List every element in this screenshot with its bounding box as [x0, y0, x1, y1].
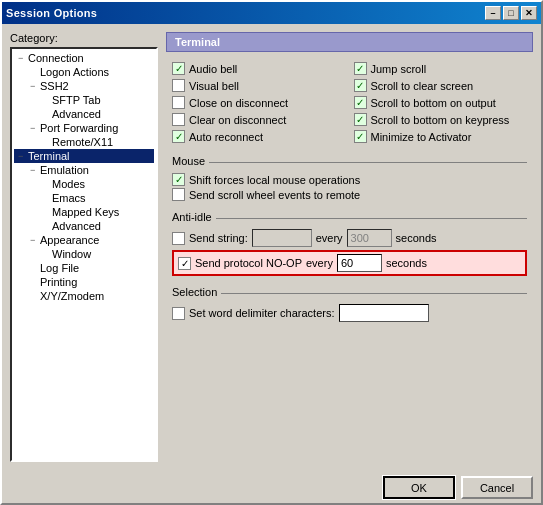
scroll-bottom-output-label: Scroll to bottom on output — [371, 97, 496, 109]
maximize-button[interactable]: □ — [503, 6, 519, 20]
auto-reconnect-checkbox[interactable] — [172, 130, 185, 143]
sidebar-item-appearance[interactable]: −Appearance — [14, 233, 154, 247]
every-label-1: every — [316, 232, 343, 244]
sidebar-item-advanced2[interactable]: Advanced — [14, 219, 154, 233]
close-disconnect-checkbox[interactable] — [172, 96, 185, 109]
right-panel: Terminal Audio bell Jump scroll Visual b… — [166, 32, 533, 462]
category-tree[interactable]: −ConnectionLogon Actions−SSH2SFTP TabAdv… — [10, 47, 158, 462]
sidebar-item-remote-x11[interactable]: Remote/X11 — [14, 135, 154, 149]
title-bar: Session Options – □ ✕ — [2, 2, 541, 24]
sidebar-item-port-forwarding[interactable]: −Port Forwarding — [14, 121, 154, 135]
seconds-label-1: seconds — [396, 232, 437, 244]
selection-title: Selection — [172, 286, 217, 298]
clear-disconnect-row: Clear on disconnect — [172, 113, 346, 126]
minimize-activator-checkbox[interactable] — [354, 130, 367, 143]
scroll-bottom-keypress-checkbox[interactable] — [354, 113, 367, 126]
send-protocol-checkbox[interactable] — [178, 257, 191, 270]
anti-idle-divider — [216, 218, 527, 219]
sidebar-item-label-logon-actions: Logon Actions — [40, 66, 109, 78]
cancel-button[interactable]: Cancel — [461, 476, 533, 499]
sidebar-item-label-advanced: Advanced — [52, 108, 101, 120]
shift-forces-label: Shift forces local mouse operations — [189, 174, 360, 186]
sidebar-item-emacs[interactable]: Emacs — [14, 191, 154, 205]
tree-expand-icon-emulation: − — [30, 165, 40, 175]
every-label-2: every — [306, 257, 333, 269]
tree-expand-icon-terminal: − — [18, 151, 28, 161]
send-scroll-checkbox[interactable] — [172, 188, 185, 201]
send-string-row: Send string: every seconds — [172, 229, 527, 247]
sidebar-item-printing[interactable]: Printing — [14, 275, 154, 289]
word-delimiter-label: Set word delimiter characters: — [189, 307, 335, 319]
jump-scroll-label: Jump scroll — [371, 63, 427, 75]
clear-disconnect-checkbox[interactable] — [172, 113, 185, 126]
sidebar-item-mapped-keys[interactable]: Mapped Keys — [14, 205, 154, 219]
jump-scroll-row: Jump scroll — [354, 62, 528, 75]
sidebar-item-label-connection: Connection — [28, 52, 84, 64]
seconds-label-2: seconds — [386, 257, 427, 269]
sidebar-item-logon-actions[interactable]: Logon Actions — [14, 65, 154, 79]
sidebar-item-connection[interactable]: −Connection — [14, 51, 154, 65]
send-scroll-row: Send scroll wheel events to remote — [172, 188, 527, 201]
sidebar-item-window[interactable]: Window — [14, 247, 154, 261]
main-content: Category: −ConnectionLogon Actions−SSH2S… — [2, 24, 541, 470]
left-panel: Category: −ConnectionLogon Actions−SSH2S… — [10, 32, 158, 462]
category-label: Category: — [10, 32, 158, 44]
word-delimiter-input[interactable] — [339, 304, 429, 322]
sidebar-item-label-mapped-keys: Mapped Keys — [52, 206, 119, 218]
close-button[interactable]: ✕ — [521, 6, 537, 20]
send-protocol-seconds-input[interactable] — [337, 254, 382, 272]
send-string-label: Send string: — [189, 232, 248, 244]
send-string-seconds-input[interactable] — [347, 229, 392, 247]
tree-expand-icon-port-forwarding: − — [30, 123, 40, 133]
scroll-clear-checkbox[interactable] — [354, 79, 367, 92]
send-string-checkbox[interactable] — [172, 232, 185, 245]
scroll-clear-label: Scroll to clear screen — [371, 80, 474, 92]
mouse-section: Mouse Shift forces local mouse operation… — [166, 153, 533, 203]
scroll-bottom-keypress-row: Scroll to bottom on keypress — [354, 113, 528, 126]
sidebar-item-emulation[interactable]: −Emulation — [14, 163, 154, 177]
jump-scroll-checkbox[interactable] — [354, 62, 367, 75]
send-protocol-label: Send protocol NO-OP — [195, 257, 302, 269]
shift-forces-checkbox[interactable] — [172, 173, 185, 186]
audio-bell-checkbox[interactable] — [172, 62, 185, 75]
button-row: OK Cancel — [2, 470, 541, 503]
close-disconnect-label: Close on disconnect — [189, 97, 288, 109]
sidebar-item-xyz-modem[interactable]: X/Y/Zmodem — [14, 289, 154, 303]
sidebar-item-terminal[interactable]: −Terminal — [14, 149, 154, 163]
sidebar-item-label-emacs: Emacs — [52, 192, 86, 204]
sidebar-item-label-port-forwarding: Port Forwarding — [40, 122, 118, 134]
mouse-divider — [209, 162, 527, 163]
clear-disconnect-label: Clear on disconnect — [189, 114, 286, 126]
sidebar-item-label-advanced2: Advanced — [52, 220, 101, 232]
sidebar-item-sftp-tab[interactable]: SFTP Tab — [14, 93, 154, 107]
scroll-bottom-output-row: Scroll to bottom on output — [354, 96, 528, 109]
sidebar-item-ssh2[interactable]: −SSH2 — [14, 79, 154, 93]
selection-divider — [221, 293, 527, 294]
send-string-input[interactable] — [252, 229, 312, 247]
close-disconnect-row: Close on disconnect — [172, 96, 346, 109]
sidebar-item-label-appearance: Appearance — [40, 234, 99, 246]
selection-title-line: Selection — [172, 286, 527, 301]
ok-button[interactable]: OK — [383, 476, 455, 499]
sidebar-item-label-remote-x11: Remote/X11 — [52, 136, 113, 148]
anti-idle-title: Anti-idle — [172, 211, 212, 223]
shift-forces-row: Shift forces local mouse operations — [172, 173, 527, 186]
anti-idle-title-line: Anti-idle — [172, 211, 527, 226]
tree-expand-icon-ssh2: − — [30, 81, 40, 91]
terminal-section-header: Terminal — [166, 32, 533, 52]
sidebar-item-log-file[interactable]: Log File — [14, 261, 154, 275]
sidebar-item-label-window: Window — [52, 248, 91, 260]
scroll-bottom-output-checkbox[interactable] — [354, 96, 367, 109]
scroll-clear-row: Scroll to clear screen — [354, 79, 528, 92]
visual-bell-checkbox[interactable] — [172, 79, 185, 92]
tree-expand-icon-appearance: − — [30, 235, 40, 245]
minimize-activator-label: Minimize to Activator — [371, 131, 472, 143]
mouse-title: Mouse — [172, 155, 205, 167]
sidebar-item-modes[interactable]: Modes — [14, 177, 154, 191]
sidebar-item-label-xyz-modem: X/Y/Zmodem — [40, 290, 104, 302]
word-delimiter-checkbox[interactable] — [172, 307, 185, 320]
sidebar-item-advanced[interactable]: Advanced — [14, 107, 154, 121]
visual-bell-label: Visual bell — [189, 80, 239, 92]
minimize-button[interactable]: – — [485, 6, 501, 20]
tree-expand-icon-connection: − — [18, 53, 28, 63]
